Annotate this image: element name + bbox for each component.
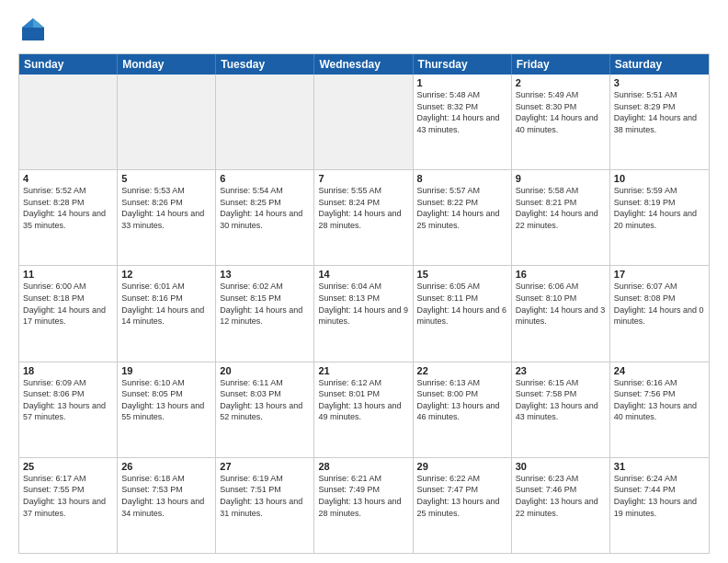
day-number: 17 <box>614 269 705 280</box>
cell-info: Sunrise: 6:09 AM Sunset: 8:06 PM Dayligh… <box>23 377 113 423</box>
calendar-cell-day-24: 24Sunrise: 6:16 AM Sunset: 7:56 PM Dayli… <box>610 362 709 457</box>
calendar-row-4: 18Sunrise: 6:09 AM Sunset: 8:06 PM Dayli… <box>19 362 709 457</box>
cell-info: Sunrise: 5:55 AM Sunset: 8:24 PM Dayligh… <box>318 185 408 231</box>
calendar-cell-day-18: 18Sunrise: 6:09 AM Sunset: 8:06 PM Dayli… <box>19 362 118 457</box>
calendar-header-saturday: Saturday <box>610 54 709 75</box>
day-number: 12 <box>121 269 211 280</box>
day-number: 1 <box>417 77 507 88</box>
day-number: 10 <box>614 173 705 184</box>
day-number: 19 <box>121 365 211 376</box>
header <box>18 15 710 44</box>
day-number: 23 <box>516 365 606 376</box>
day-number: 22 <box>417 365 507 376</box>
day-number: 5 <box>121 173 211 184</box>
calendar-cell-empty <box>314 75 413 169</box>
calendar-cell-day-2: 2Sunrise: 5:49 AM Sunset: 8:30 PM Daylig… <box>512 75 610 169</box>
day-number: 31 <box>614 461 705 472</box>
calendar-cell-day-26: 26Sunrise: 6:18 AM Sunset: 7:53 PM Dayli… <box>118 458 216 553</box>
cell-info: Sunrise: 5:48 AM Sunset: 8:32 PM Dayligh… <box>417 89 507 135</box>
day-number: 21 <box>318 365 408 376</box>
day-number: 28 <box>318 461 408 472</box>
calendar-cell-day-4: 4Sunrise: 5:52 AM Sunset: 8:28 PM Daylig… <box>19 170 118 265</box>
day-number: 4 <box>23 173 113 184</box>
cell-info: Sunrise: 6:16 AM Sunset: 7:56 PM Dayligh… <box>614 377 705 423</box>
day-number: 15 <box>417 269 507 280</box>
calendar-cell-day-23: 23Sunrise: 6:15 AM Sunset: 7:58 PM Dayli… <box>512 362 610 457</box>
calendar-cell-day-27: 27Sunrise: 6:19 AM Sunset: 7:51 PM Dayli… <box>216 458 314 553</box>
calendar-cell-day-31: 31Sunrise: 6:24 AM Sunset: 7:44 PM Dayli… <box>610 458 709 553</box>
calendar-row-5: 25Sunrise: 6:17 AM Sunset: 7:55 PM Dayli… <box>19 457 709 553</box>
cell-info: Sunrise: 6:05 AM Sunset: 8:11 PM Dayligh… <box>417 281 507 327</box>
calendar-cell-day-28: 28Sunrise: 6:21 AM Sunset: 7:49 PM Dayli… <box>314 458 413 553</box>
calendar-body: 1Sunrise: 5:48 AM Sunset: 8:32 PM Daylig… <box>19 75 709 553</box>
calendar-cell-day-5: 5Sunrise: 5:53 AM Sunset: 8:26 PM Daylig… <box>118 170 216 265</box>
calendar-cell-day-11: 11Sunrise: 6:00 AM Sunset: 8:18 PM Dayli… <box>19 266 118 361</box>
day-number: 8 <box>417 173 507 184</box>
day-number: 29 <box>417 461 507 472</box>
calendar-cell-day-17: 17Sunrise: 6:07 AM Sunset: 8:08 PM Dayli… <box>610 266 709 361</box>
cell-info: Sunrise: 6:11 AM Sunset: 8:03 PM Dayligh… <box>220 377 310 423</box>
calendar: SundayMondayTuesdayWednesdayThursdayFrid… <box>18 53 710 554</box>
calendar-header-monday: Monday <box>118 54 216 75</box>
day-number: 11 <box>23 269 113 280</box>
cell-info: Sunrise: 6:23 AM Sunset: 7:46 PM Dayligh… <box>516 473 606 519</box>
logo-icon <box>18 15 48 44</box>
cell-info: Sunrise: 5:51 AM Sunset: 8:29 PM Dayligh… <box>614 89 705 135</box>
calendar-cell-day-15: 15Sunrise: 6:05 AM Sunset: 8:11 PM Dayli… <box>414 266 512 361</box>
cell-info: Sunrise: 5:53 AM Sunset: 8:26 PM Dayligh… <box>121 185 211 231</box>
cell-info: Sunrise: 5:54 AM Sunset: 8:25 PM Dayligh… <box>220 185 310 231</box>
calendar-cell-day-19: 19Sunrise: 6:10 AM Sunset: 8:05 PM Dayli… <box>118 362 216 457</box>
calendar-cell-day-13: 13Sunrise: 6:02 AM Sunset: 8:15 PM Dayli… <box>216 266 314 361</box>
day-number: 26 <box>121 461 211 472</box>
calendar-cell-day-7: 7Sunrise: 5:55 AM Sunset: 8:24 PM Daylig… <box>314 170 413 265</box>
cell-info: Sunrise: 5:58 AM Sunset: 8:21 PM Dayligh… <box>516 185 606 231</box>
calendar-cell-day-22: 22Sunrise: 6:13 AM Sunset: 8:00 PM Dayli… <box>414 362 512 457</box>
calendar-cell-day-12: 12Sunrise: 6:01 AM Sunset: 8:16 PM Dayli… <box>118 266 216 361</box>
cell-info: Sunrise: 6:24 AM Sunset: 7:44 PM Dayligh… <box>614 473 705 519</box>
calendar-cell-day-21: 21Sunrise: 6:12 AM Sunset: 8:01 PM Dayli… <box>314 362 413 457</box>
calendar-cell-empty <box>216 75 314 169</box>
calendar-cell-day-6: 6Sunrise: 5:54 AM Sunset: 8:25 PM Daylig… <box>216 170 314 265</box>
cell-info: Sunrise: 6:19 AM Sunset: 7:51 PM Dayligh… <box>220 473 310 519</box>
calendar-cell-day-1: 1Sunrise: 5:48 AM Sunset: 8:32 PM Daylig… <box>414 75 512 169</box>
cell-info: Sunrise: 5:52 AM Sunset: 8:28 PM Dayligh… <box>23 185 113 231</box>
cell-info: Sunrise: 6:18 AM Sunset: 7:53 PM Dayligh… <box>121 473 211 519</box>
calendar-row-2: 4Sunrise: 5:52 AM Sunset: 8:28 PM Daylig… <box>19 169 709 265</box>
day-number: 18 <box>23 365 113 376</box>
calendar-header-sunday: Sunday <box>19 54 118 75</box>
calendar-cell-day-25: 25Sunrise: 6:17 AM Sunset: 7:55 PM Dayli… <box>19 458 118 553</box>
cell-info: Sunrise: 6:13 AM Sunset: 8:00 PM Dayligh… <box>417 377 507 423</box>
calendar-cell-empty <box>19 75 118 169</box>
day-number: 16 <box>516 269 606 280</box>
calendar-cell-day-9: 9Sunrise: 5:58 AM Sunset: 8:21 PM Daylig… <box>512 170 610 265</box>
cell-info: Sunrise: 6:22 AM Sunset: 7:47 PM Dayligh… <box>417 473 507 519</box>
cell-info: Sunrise: 6:17 AM Sunset: 7:55 PM Dayligh… <box>23 473 113 519</box>
svg-marker-1 <box>33 18 44 28</box>
day-number: 3 <box>614 77 705 88</box>
calendar-cell-day-20: 20Sunrise: 6:11 AM Sunset: 8:03 PM Dayli… <box>216 362 314 457</box>
day-number: 6 <box>220 173 310 184</box>
cell-info: Sunrise: 6:00 AM Sunset: 8:18 PM Dayligh… <box>23 281 113 327</box>
calendar-cell-day-30: 30Sunrise: 6:23 AM Sunset: 7:46 PM Dayli… <box>512 458 610 553</box>
cell-info: Sunrise: 6:12 AM Sunset: 8:01 PM Dayligh… <box>318 377 408 423</box>
day-number: 14 <box>318 269 408 280</box>
calendar-header-friday: Friday <box>512 54 610 75</box>
day-number: 2 <box>516 77 606 88</box>
day-number: 24 <box>614 365 705 376</box>
calendar-cell-day-29: 29Sunrise: 6:22 AM Sunset: 7:47 PM Dayli… <box>414 458 512 553</box>
cell-info: Sunrise: 5:49 AM Sunset: 8:30 PM Dayligh… <box>516 89 606 135</box>
day-number: 30 <box>516 461 606 472</box>
page: SundayMondayTuesdayWednesdayThursdayFrid… <box>0 0 728 563</box>
cell-info: Sunrise: 6:21 AM Sunset: 7:49 PM Dayligh… <box>318 473 408 519</box>
cell-info: Sunrise: 6:15 AM Sunset: 7:58 PM Dayligh… <box>516 377 606 423</box>
calendar-cell-day-3: 3Sunrise: 5:51 AM Sunset: 8:29 PM Daylig… <box>610 75 709 169</box>
calendar-header: SundayMondayTuesdayWednesdayThursdayFrid… <box>19 54 709 75</box>
cell-info: Sunrise: 5:57 AM Sunset: 8:22 PM Dayligh… <box>417 185 507 231</box>
cell-info: Sunrise: 6:10 AM Sunset: 8:05 PM Dayligh… <box>121 377 211 423</box>
calendar-row-1: 1Sunrise: 5:48 AM Sunset: 8:32 PM Daylig… <box>19 75 709 169</box>
calendar-cell-day-16: 16Sunrise: 6:06 AM Sunset: 8:10 PM Dayli… <box>512 266 610 361</box>
day-number: 13 <box>220 269 310 280</box>
calendar-cell-day-10: 10Sunrise: 5:59 AM Sunset: 8:19 PM Dayli… <box>610 170 709 265</box>
day-number: 7 <box>318 173 408 184</box>
calendar-header-wednesday: Wednesday <box>314 54 413 75</box>
